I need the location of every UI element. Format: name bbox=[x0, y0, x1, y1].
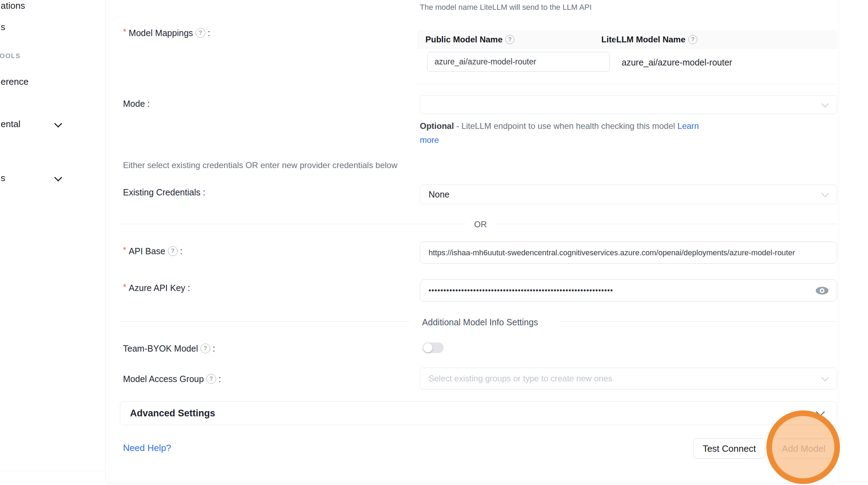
test-connect-button[interactable]: Test Connect bbox=[693, 438, 765, 459]
model-mappings-table-header: Public Model Name LiteLLM Model Name bbox=[417, 30, 837, 49]
learn-more-link[interactable]: more bbox=[420, 136, 439, 144]
learn-more-link[interactable]: Learn bbox=[677, 121, 699, 131]
column-header-litellm-model-name: LiteLLM Model Name bbox=[601, 35, 697, 44]
help-icon[interactable] bbox=[168, 246, 178, 256]
existing-credentials-select[interactable]: None bbox=[420, 185, 837, 204]
required-asterisk: * bbox=[123, 283, 126, 291]
litellm-model-name-value: azure_ai/azure-model-router bbox=[622, 57, 732, 68]
team-byok-toggle[interactable] bbox=[423, 342, 444, 353]
mode-help-text: Optional - LiteLLM endpoint to use when … bbox=[420, 122, 699, 130]
help-icon[interactable] bbox=[196, 28, 205, 38]
azure-api-key-input[interactable]: ••••••••••••••••••••••••••••••••••••••••… bbox=[420, 279, 837, 302]
chevron-down-icon bbox=[821, 100, 829, 107]
divider-line bbox=[495, 224, 837, 224]
model-access-group-label: Model Access Group : bbox=[123, 374, 221, 384]
public-model-name-input[interactable] bbox=[427, 52, 610, 72]
toggle-knob bbox=[423, 343, 432, 352]
field-description: The model name LiteLLM will send to the … bbox=[420, 4, 592, 11]
sidebar-item-organizations[interactable]: ations bbox=[1, 1, 25, 10]
sidebar-item-api-reference[interactable]: erence bbox=[1, 77, 29, 86]
mode-select[interactable] bbox=[420, 95, 837, 114]
eye-icon[interactable] bbox=[815, 285, 829, 296]
required-asterisk: * bbox=[123, 28, 126, 36]
existing-credentials-label: Existing Credentials : bbox=[123, 188, 205, 197]
add-model-button[interactable]: Add Model bbox=[771, 438, 836, 459]
or-divider-text: OR bbox=[474, 220, 487, 229]
need-help-link[interactable]: Need Help? bbox=[123, 443, 171, 453]
sidebar-section-tools: TOOLS bbox=[0, 53, 21, 59]
model-mappings-label: * Model Mappings : bbox=[123, 28, 210, 38]
divider-line bbox=[120, 321, 409, 322]
additional-settings-divider-text: Additional Model Info Settings bbox=[422, 317, 538, 327]
column-divider bbox=[615, 33, 615, 46]
masked-api-key-value: ••••••••••••••••••••••••••••••••••••••••… bbox=[429, 286, 800, 295]
chevron-down-icon bbox=[816, 407, 825, 416]
sidebar-item-settings[interactable]: s bbox=[1, 173, 5, 182]
help-icon[interactable] bbox=[688, 35, 697, 44]
chevron-down-icon[interactable] bbox=[54, 174, 62, 182]
column-header-public-model-name: Public Model Name bbox=[425, 35, 514, 44]
api-base-label: * API Base : bbox=[123, 246, 183, 256]
azure-api-key-label: * Azure API Key : bbox=[123, 284, 190, 292]
advanced-settings-panel[interactable]: Advanced Settings bbox=[120, 401, 837, 425]
help-icon[interactable] bbox=[200, 344, 210, 353]
model-access-group-select[interactable]: Select existing groups or type to create… bbox=[420, 368, 837, 389]
row-separator bbox=[417, 84, 837, 84]
api-base-input[interactable] bbox=[420, 242, 837, 264]
chevron-down-icon bbox=[821, 374, 829, 381]
chevron-down-icon[interactable] bbox=[54, 120, 62, 128]
sidebar-item-experimental[interactable]: ental bbox=[1, 119, 20, 129]
required-asterisk: * bbox=[123, 246, 126, 254]
help-icon[interactable] bbox=[505, 35, 514, 44]
credentials-note: Either select existing credentials OR en… bbox=[123, 161, 397, 169]
team-byok-label: Team-BYOK Model : bbox=[123, 344, 215, 353]
sidebar-bottom-divider bbox=[0, 471, 105, 471]
sidebar-item[interactable]: s bbox=[1, 22, 5, 32]
bottom-divider-extension bbox=[838, 483, 868, 483]
chevron-down-icon bbox=[821, 189, 829, 197]
mode-label: Mode : bbox=[123, 99, 150, 108]
help-icon[interactable] bbox=[206, 374, 216, 384]
divider-line bbox=[560, 321, 837, 322]
divider-line bbox=[120, 224, 466, 224]
